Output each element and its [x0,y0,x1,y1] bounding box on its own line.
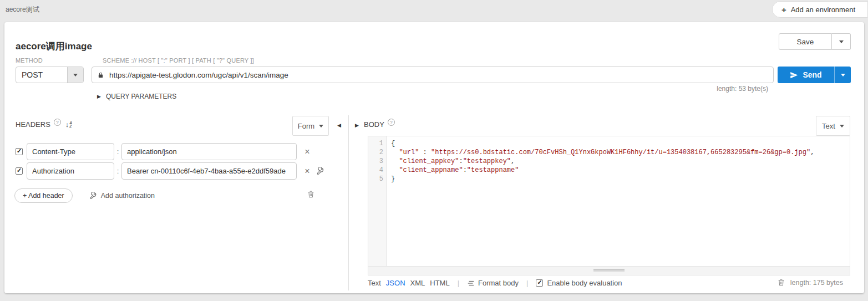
line-number: 2 [368,148,387,157]
enable-eval-label: Enable body evaluation [547,279,622,287]
page-title: aecore调用image [16,40,92,53]
url-field-box [92,67,774,83]
help-icon[interactable]: ? [388,119,395,126]
key-icon [89,192,97,200]
header-name-input[interactable] [27,143,114,160]
url-input[interactable] [108,70,768,80]
plus-icon: + [781,6,786,14]
editor-gutter: 12345 [368,136,387,266]
rester-app: aecore测试 + Add an environment aecore调用im… [0,0,868,301]
headers-actions-row: + Add header Add authorization [14,188,155,203]
remove-header-button[interactable]: × [303,147,312,156]
code-line[interactable]: { [391,139,850,148]
editor-resize-strip[interactable] [368,267,850,276]
header-name-input[interactable] [27,162,114,180]
chevron-right-icon: ▶ [97,94,101,99]
send-dropdown-button[interactable] [834,67,851,83]
body-section-title: BODY ? [364,120,395,129]
send-button-group: Send [778,67,851,83]
separator: | [526,279,528,287]
remove-header-button[interactable]: × [303,167,312,176]
header-row: : × [16,143,312,160]
token-generation-button[interactable] [316,167,324,175]
body-editor[interactable]: 12345 { "url" : "https://ss0.bdstatic.co… [368,136,850,267]
resize-grip-icon[interactable] [593,269,625,273]
breadcrumb: aecore测试 [6,5,39,14]
caret-down-icon [73,74,78,76]
query-parameters-toggle[interactable]: ▶ QUERY PARAMETERS [97,93,176,100]
editor-code[interactable]: { "url" : "https://ss0.bdstatic.com/70cF… [387,136,850,266]
sort-headers-icon[interactable]: ↓ AZ [65,121,72,128]
format-lines-icon [467,279,475,287]
delete-headers-button[interactable] [307,190,314,200]
headers-title-text: HEADERS [16,120,50,129]
collapse-left-button[interactable]: ◀ [336,122,342,129]
header-colon: : [114,167,121,175]
code-line[interactable]: } [391,175,850,183]
trash-icon [778,278,785,287]
trash-icon [307,190,314,198]
line-number: 4 [368,166,387,175]
line-number: 1 [368,139,387,148]
caret-down-icon [839,40,844,43]
method-caret-box [67,67,83,83]
body-mode-html[interactable]: HTML [430,279,449,287]
send-icon [790,71,798,79]
method-label: METHOD [16,57,43,64]
add-authorization-label: Add authorization [101,192,155,200]
save-dropdown-button[interactable] [832,33,851,50]
body-mode-xml[interactable]: XML [410,279,425,287]
line-number: 3 [368,157,387,166]
add-environment-button[interactable]: + Add an environment [772,1,868,18]
caret-down-icon [841,74,845,76]
enable-body-evaluation-toggle[interactable]: Enable body evaluation [536,279,622,287]
header-value-input[interactable] [121,162,297,180]
save-button-group: Save [779,33,851,50]
send-button[interactable]: Send [778,67,834,83]
line-number: 5 [368,175,387,183]
headers-view-dropdown[interactable]: Form [292,116,329,136]
body-mode-json[interactable]: JSON [386,279,405,287]
url-scheme-label: SCHEME :// HOST [ ":" PORT ] [ PATH [ "?… [103,57,254,64]
query-parameters-label: QUERY PARAMETERS [106,93,176,100]
header-enabled-checkbox[interactable] [16,167,23,175]
lock-icon [98,72,104,79]
send-label: Send [803,70,821,79]
header-value-input[interactable] [121,143,297,160]
body-mode-text[interactable]: Text [368,279,381,287]
method-value: POST [16,67,67,83]
body-title-text: BODY [364,120,384,129]
caret-down-icon [840,125,844,127]
header-colon: : [114,147,121,156]
method-select[interactable]: POST [16,67,84,83]
code-line[interactable]: "client_appkey":"testappkey", [391,157,850,166]
save-button[interactable]: Save [779,33,832,50]
panel-divider [348,115,349,290]
url-length: length: 53 byte(s) [717,85,768,93]
format-body-label: Format body [478,279,519,287]
body-type-label: Text [822,122,835,130]
expand-right-button[interactable]: ▶ [354,122,360,129]
body-footer-right: length: 175 bytes [778,278,843,287]
key-icon [316,167,324,175]
body-type-dropdown[interactable]: Text [816,116,850,136]
add-header-button[interactable]: + Add header [14,188,73,203]
code-line[interactable]: "url" : "https://ss0.bdstatic.com/70cFvH… [391,148,850,157]
headers-view-label: Form [298,122,314,130]
body-footer-toolbar: Text JSON XML HTML | Format body | Enabl… [368,279,622,287]
add-authorization-button[interactable]: Add authorization [89,192,155,200]
close-icon: × [304,147,309,156]
request-card: aecore调用image Save METHOD SCHEME :// HOS… [4,22,864,293]
separator: | [458,279,459,287]
clear-body-button[interactable] [778,278,785,287]
body-length: length: 175 bytes [790,279,843,287]
help-icon[interactable]: ? [54,119,61,126]
format-body-button[interactable]: Format body [467,279,519,287]
close-icon: × [304,166,309,176]
enable-eval-checkbox[interactable] [536,279,543,287]
caret-down-icon [319,125,323,127]
code-line[interactable]: "client_appname":"testappname" [391,166,850,175]
header-enabled-checkbox[interactable] [16,148,23,155]
headers-section-title: HEADERS ? ↓ AZ [16,120,72,129]
add-environment-label: Add an environment [791,6,855,14]
